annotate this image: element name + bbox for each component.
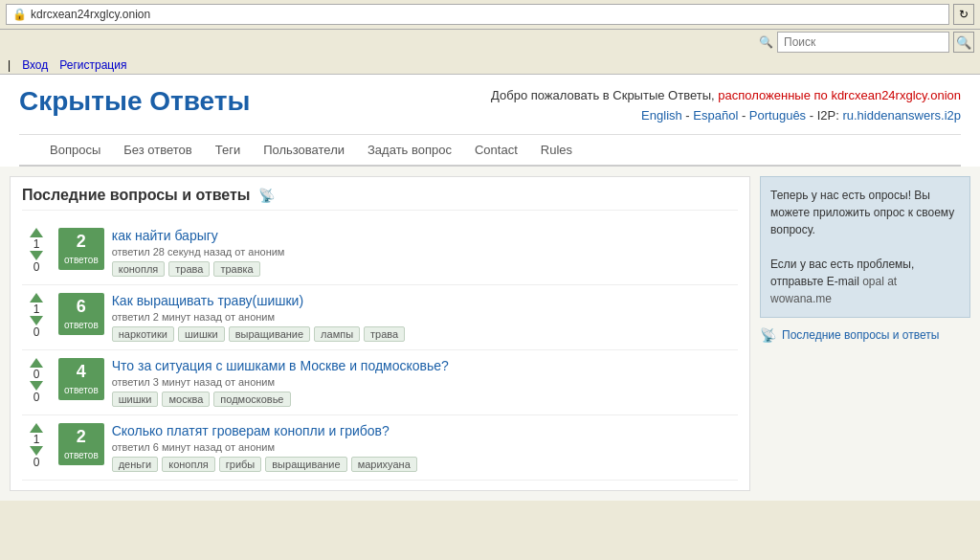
vote-up-4[interactable] bbox=[30, 423, 43, 433]
site-header: Скрытые Ответы Добро пожаловать в Скрыты… bbox=[0, 75, 980, 134]
question-body-4: Сколько платят гроверам конопли и грибов… bbox=[112, 423, 738, 472]
content-area: Последние вопросы и ответы 📡 1 0 2 ответ… bbox=[10, 176, 750, 491]
tag[interactable]: трава bbox=[168, 261, 210, 277]
vote-down-1[interactable] bbox=[30, 251, 43, 260]
answer-count-num-3: 4 bbox=[64, 362, 99, 382]
rss-feed-icon: 📡 bbox=[760, 327, 776, 343]
tag[interactable]: деньги bbox=[112, 457, 159, 472]
tag[interactable]: лампы bbox=[314, 326, 360, 342]
section-title: Последние вопросы и ответы 📡 bbox=[22, 187, 738, 211]
sidebar: Теперь у нас есть опросы! Вы можете прил… bbox=[760, 176, 970, 491]
vote-count-down-1: 0 bbox=[33, 260, 40, 274]
vote-box-4: 1 0 bbox=[22, 423, 51, 470]
answer-count-box-4: 2 ответов bbox=[58, 423, 104, 465]
tag[interactable]: наркотики bbox=[112, 326, 174, 342]
nav-users[interactable]: Пользователи bbox=[252, 135, 356, 165]
tag[interactable]: грибы bbox=[219, 457, 261, 472]
tagline-text: Добро пожаловать в Скрытые Ответы, распо… bbox=[491, 86, 961, 106]
tag[interactable]: шишки bbox=[178, 326, 225, 342]
question-item: 1 0 2 ответов Сколько платят гроверам ко… bbox=[22, 415, 738, 481]
browser-wrapper: 🔒 kdrcxean24rxglcy.onion ↻ 🔍 🔍 | Вход Ре… bbox=[0, 0, 980, 560]
tag[interactable]: конопля bbox=[162, 457, 215, 472]
section-title-text: Последние вопросы и ответы bbox=[22, 187, 251, 204]
nav-tags[interactable]: Теги bbox=[204, 135, 252, 165]
tag[interactable]: выращивание bbox=[229, 326, 310, 342]
answer-count-box-1: 2 ответов bbox=[58, 228, 104, 270]
question-meta-4: ответил 6 минут назад от аноним bbox=[112, 441, 738, 453]
tag[interactable]: травка bbox=[213, 261, 259, 277]
question-title-2[interactable]: Как выращивать траву(шишки) bbox=[112, 293, 303, 308]
question-item: 0 0 4 ответов Что за ситуация с шишками … bbox=[22, 350, 738, 415]
question-meta-2: ответил 2 минут назад от аноним bbox=[112, 311, 738, 323]
tagline-domain: расположенные по kdrcxean24rxglcy.onion bbox=[718, 88, 961, 102]
search-bar-row: 🔍 🔍 bbox=[0, 30, 980, 56]
vote-up-2[interactable] bbox=[30, 293, 43, 302]
address-text: kdrcxean24rxglcy.onion bbox=[31, 8, 150, 21]
lang-portuguese[interactable]: Português bbox=[749, 108, 806, 123]
tag[interactable]: марихуана bbox=[351, 457, 417, 472]
lang-spanish[interactable]: Español bbox=[693, 108, 738, 123]
bookmark-register[interactable]: Регистрация bbox=[59, 58, 126, 72]
vote-count-up-4: 1 bbox=[33, 433, 40, 446]
question-title-1[interactable]: как найти барыгу bbox=[112, 228, 218, 243]
nav-questions[interactable]: Вопросы bbox=[38, 135, 112, 165]
question-title-3[interactable]: Что за ситуация с шишками в Москве и под… bbox=[112, 358, 449, 373]
question-item: 1 0 2 ответов как найти барыгу ответил 2… bbox=[22, 220, 738, 285]
question-meta-1: ответил 28 секунд назад от аноним bbox=[112, 246, 738, 258]
lang-links: English - Español - Português - I2P: ru.… bbox=[491, 106, 961, 126]
tag[interactable]: трава bbox=[364, 326, 405, 342]
question-tags-1: конопля трава травка bbox=[112, 261, 738, 277]
search-submit-button[interactable]: 🔍 bbox=[953, 32, 974, 53]
nav-rules[interactable]: Rules bbox=[529, 135, 584, 165]
nav-ask[interactable]: Задать вопрос bbox=[356, 135, 463, 165]
address-lock-icon: 🔒 bbox=[12, 8, 27, 21]
nav-contact[interactable]: Contact bbox=[463, 135, 529, 165]
search-icon: 🔍 bbox=[759, 35, 773, 49]
main-content: Последние вопросы и ответы 📡 1 0 2 ответ… bbox=[0, 167, 980, 501]
answer-count-num-2: 6 bbox=[64, 297, 99, 317]
tagline-prefix: Добро пожаловать в Скрытые Ответы, bbox=[491, 88, 718, 102]
vote-down-3[interactable] bbox=[30, 381, 43, 391]
sidebar-polls-box: Теперь у нас есть опросы! Вы можете прил… bbox=[760, 176, 970, 318]
question-item: 1 0 6 ответов Как выращивать траву(шишки… bbox=[22, 285, 738, 350]
address-bar-row: 🔒 kdrcxean24rxglcy.onion ↻ bbox=[0, 0, 980, 30]
vote-count-up-2: 1 bbox=[33, 302, 40, 316]
question-body-3: Что за ситуация с шишками в Москве и под… bbox=[112, 358, 738, 407]
vote-up-1[interactable] bbox=[30, 228, 43, 237]
site-nav-wrapper: Вопросы Без ответов Теги Пользователи За… bbox=[0, 134, 980, 167]
vote-box-1: 1 0 bbox=[22, 228, 51, 275]
tag[interactable]: москва bbox=[162, 392, 210, 407]
site-logo: Скрытые Ответы bbox=[19, 86, 250, 117]
question-body-1: как найти барыгу ответил 28 секунд назад… bbox=[112, 228, 738, 277]
page: Скрытые Ответы Добро пожаловать в Скрыты… bbox=[0, 75, 980, 501]
question-tags-2: наркотики шишки выращивание лампы трава bbox=[112, 326, 738, 342]
vote-count-up-1: 1 bbox=[33, 237, 40, 251]
bookmark-login[interactable]: Вход bbox=[22, 58, 48, 72]
answer-count-label-4: ответов bbox=[64, 450, 99, 460]
address-bar[interactable]: 🔒 kdrcxean24rxglcy.onion bbox=[6, 4, 949, 25]
sidebar-polls-text2: Если у вас есть проблемы, отправьте E-ma… bbox=[770, 256, 960, 307]
vote-count-down-4: 0 bbox=[33, 456, 40, 469]
rss-icon[interactable]: 📡 bbox=[258, 188, 275, 203]
answer-count-box-3: 4 ответов bbox=[58, 358, 104, 400]
search-input[interactable] bbox=[777, 32, 949, 53]
vote-down-2[interactable] bbox=[30, 316, 43, 325]
question-tags-3: шишки москва подмосковье bbox=[112, 392, 738, 407]
vote-up-3[interactable] bbox=[30, 358, 43, 368]
question-title-4[interactable]: Сколько платят гроверам конопли и грибов… bbox=[112, 423, 390, 438]
tag[interactable]: конопля bbox=[112, 261, 166, 277]
tag[interactable]: шишки bbox=[112, 392, 159, 407]
lang-english[interactable]: English bbox=[641, 108, 682, 123]
vote-box-2: 1 0 bbox=[22, 293, 51, 340]
sidebar-rss[interactable]: 📡 Последние вопросы и ответы bbox=[760, 327, 970, 343]
lang-i2p[interactable]: ru.hiddenanswers.i2p bbox=[842, 108, 961, 123]
vote-down-4[interactable] bbox=[30, 446, 43, 456]
answer-count-label-2: ответов bbox=[64, 320, 99, 330]
nav-unanswered[interactable]: Без ответов bbox=[112, 135, 203, 165]
separator: | bbox=[8, 58, 11, 72]
sidebar-rss-label: Последние вопросы и ответы bbox=[782, 328, 939, 342]
tag[interactable]: подмосковье bbox=[213, 392, 290, 407]
question-meta-3: ответил 3 минут назад от аноним bbox=[112, 376, 738, 388]
refresh-button[interactable]: ↻ bbox=[953, 4, 974, 25]
tag[interactable]: выращивание bbox=[265, 457, 346, 472]
